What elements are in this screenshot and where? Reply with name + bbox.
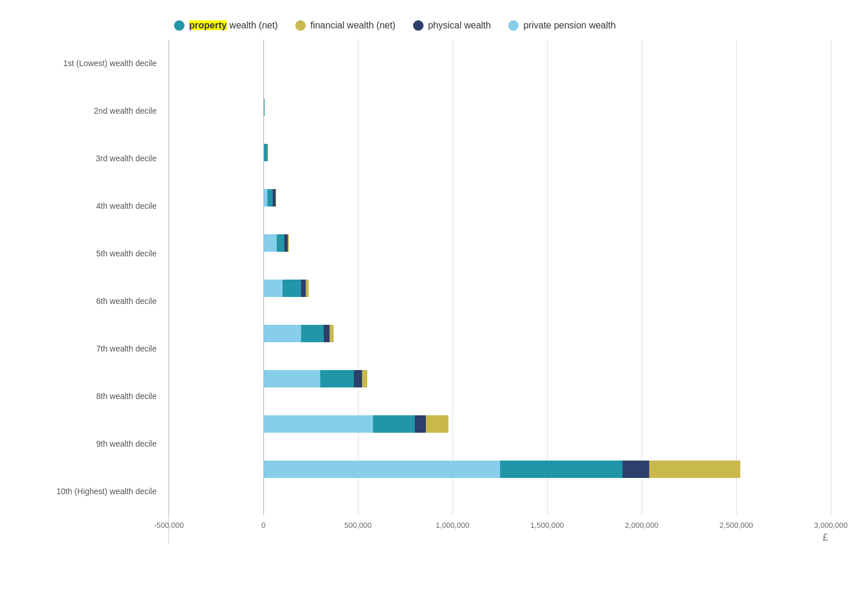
legend-label-financial: financial wealth (net) <box>310 20 396 31</box>
bar-row <box>169 356 831 401</box>
legend-label-property: property wealth (net) <box>189 20 278 31</box>
bar-segment-physical <box>301 280 306 297</box>
bar-segment-pension <box>263 234 277 252</box>
legend-item-financial: financial wealth (net) <box>295 20 396 31</box>
bar-row <box>169 266 831 311</box>
bar-segment-financial <box>649 461 740 478</box>
bar-segment-pension <box>263 280 283 297</box>
y-label-2: 2nd wealth decile <box>12 88 162 133</box>
x-axis-label: 500,000 <box>345 521 372 530</box>
financial-dot <box>295 20 306 31</box>
property-dot <box>174 20 184 31</box>
bar-row <box>169 447 831 492</box>
y-axis: 1st (Lowest) wealth decile 2nd wealth de… <box>12 39 168 544</box>
y-label-7: 7th wealth decile <box>12 326 162 371</box>
bar-segment-pension <box>263 461 500 478</box>
y-label-5: 5th wealth decile <box>12 231 162 276</box>
bar-segment-property <box>283 280 302 297</box>
bar-segment-property <box>277 234 284 252</box>
bar-segment-financial <box>288 234 288 252</box>
chart-container: property wealth (net) financial wealth (… <box>0 0 854 616</box>
legend: property wealth (net) financial wealth (… <box>12 12 831 39</box>
chart-area: 1st (Lowest) wealth decile 2nd wealth de… <box>12 39 831 544</box>
x-axis-label: -500,000 <box>154 521 183 530</box>
bar-row <box>169 175 831 220</box>
bar-segment-financial <box>276 189 276 206</box>
legend-label-physical: physical wealth <box>428 20 491 31</box>
bar-segment-physical <box>623 461 649 478</box>
bar-segment-financial <box>306 280 309 297</box>
legend-item-physical: physical wealth <box>413 20 491 31</box>
y-label-4: 4th wealth decile <box>12 183 162 229</box>
bar-segment-property <box>373 415 415 433</box>
bar-segment-property <box>500 461 623 478</box>
bar-segment-property <box>301 325 324 342</box>
bar-row <box>169 401 831 447</box>
x-axis-label: 0 <box>261 521 265 530</box>
y-label-3: 3rd wealth decile <box>12 136 162 181</box>
bar-row <box>169 85 831 130</box>
x-axis-label: 3,000,000 <box>814 521 848 530</box>
x-axis-label: 2,000,000 <box>625 521 658 530</box>
bar-segment-financial <box>330 325 334 342</box>
chart-plot: -500,0000500,0001,000,0001,500,0002,000,… <box>168 39 831 544</box>
bar-segment-property <box>263 144 267 161</box>
physical-dot <box>413 20 424 31</box>
bar-segment-physical <box>354 370 361 387</box>
x-axis: -500,0000500,0001,000,0001,500,0002,000,… <box>169 515 831 544</box>
y-label-9: 9th wealth decile <box>12 421 162 466</box>
bar-segment-financial <box>426 415 448 433</box>
bar-row <box>169 220 831 266</box>
x-axis-label: 1,000,000 <box>436 521 469 530</box>
legend-item-pension: private pension wealth <box>508 20 616 31</box>
y-label-1: 1st (Lowest) wealth decile <box>12 41 162 86</box>
legend-item-property: property wealth (net) <box>174 20 278 31</box>
bar-segment-pension <box>263 370 320 387</box>
bar-segment-physical <box>415 415 426 433</box>
pension-dot <box>508 20 519 31</box>
bar-segment-financial <box>267 144 268 161</box>
y-label-8: 8th wealth decile <box>12 374 162 419</box>
bar-segment-financial <box>362 370 368 387</box>
bar-row <box>169 311 831 356</box>
bar-segment-pension <box>263 325 301 342</box>
bar-segment-property <box>320 370 354 387</box>
x-axis-label: 2,500,000 <box>719 521 753 530</box>
property-highlight: property <box>189 20 227 30</box>
bar-row <box>169 39 831 85</box>
currency-symbol: £ <box>823 532 828 543</box>
bar-segment-physical <box>324 325 330 342</box>
y-label-10: 10th (Highest) wealth decile <box>12 469 162 514</box>
legend-label-pension: private pension wealth <box>523 20 616 31</box>
x-axis-label: 1,500,000 <box>530 521 564 530</box>
bar-segment-property <box>267 189 273 206</box>
y-label-6: 6th wealth decile <box>12 278 162 324</box>
bar-segment-pension <box>263 415 373 433</box>
bar-row <box>169 130 831 175</box>
